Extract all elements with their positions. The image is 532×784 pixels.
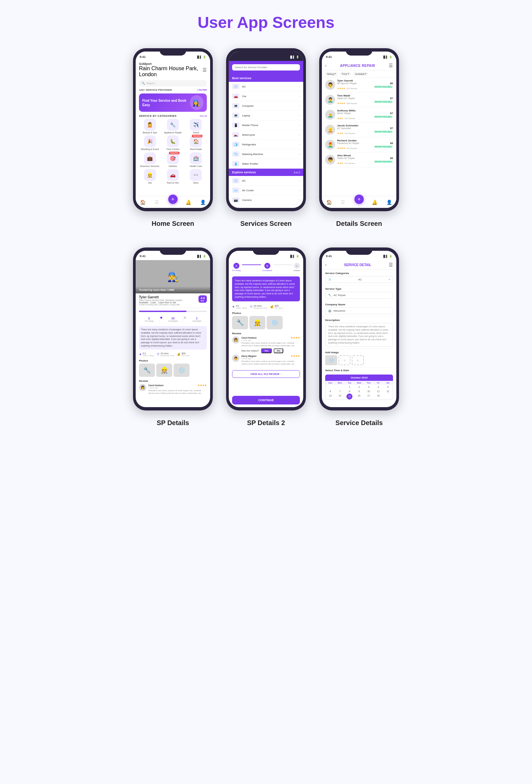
explore-ac[interactable]: ❄️ AC › — [229, 176, 303, 186]
cal-day-5[interactable]: 5 — [383, 385, 393, 389]
provider-jacob[interactable]: 👱 Jacob Schneider AC Specialist ★★★ 510 … — [322, 122, 396, 137]
sd-description-label: Description — [325, 319, 393, 321]
sd-service-cat-dropdown[interactable]: ❄️ AC ▾ — [325, 276, 393, 283]
sd-menu-icon[interactable]: ☰ — [389, 262, 393, 268]
provider-tyler[interactable]: 👨 Tyler Garrett All Type AC Repair ★★★★ … — [322, 78, 396, 92]
cal-wed: Wed — [354, 381, 364, 385]
see-all-link[interactable]: See all — [200, 115, 207, 117]
sd-company-field[interactable]: 🏢 Mitsubishi — [325, 307, 393, 314]
cal-day-17[interactable]: 17 — [364, 393, 374, 399]
photo-3: ❄️ — [174, 364, 189, 377]
details-nav-profile[interactable]: 👤 — [386, 200, 392, 205]
nav-bell-icon[interactable]: 🔔 — [185, 200, 191, 205]
cal-day-6[interactable]: 6 — [326, 389, 335, 393]
service-motorcycle[interactable]: 🏍️ Motorcycle › — [229, 130, 303, 140]
filter-button[interactable]: ≡ FILTER — [197, 89, 207, 91]
cat-business[interactable]: 💼 Business Services — [139, 152, 160, 168]
explore-camera[interactable]: 📷 Camera › — [229, 195, 303, 205]
view-all-button[interactable]: VIEW ALL 512 REVIEW › — [232, 370, 300, 378]
helpful-no-button[interactable]: No — [274, 348, 283, 353]
back-arrow-icon[interactable]: ‹ — [325, 63, 326, 68]
details-nav-home[interactable]: 🏠 — [326, 200, 332, 205]
details-nav-list[interactable]: ☰ — [341, 200, 345, 205]
cat-pest[interactable]: 🐛 Pest Control — [162, 135, 183, 151]
filter-price[interactable]: Price ▾ — [340, 72, 351, 76]
continue-button[interactable]: CONTINUE — [232, 396, 300, 404]
explore-car[interactable]: 🚗 Car › — [229, 205, 303, 208]
carol-content: Carol Hudson ★★★★ 1 Hour ago Phasellus r… — [148, 384, 207, 395]
cat-travel[interactable]: ✈️ Travel — [185, 119, 207, 134]
cat-more[interactable]: ⋯ More — [185, 169, 207, 184]
details-fab-button[interactable]: + — [354, 195, 364, 204]
cal-day-12[interactable]: 12 — [383, 389, 393, 393]
sp2-price-icon: 💰 — [270, 305, 274, 308]
services-search-input[interactable] — [232, 64, 300, 71]
home-search-bar[interactable]: 🔍 Search... — [139, 80, 207, 86]
details-nav-bell[interactable]: 🔔 — [372, 200, 377, 205]
cal-day-3[interactable]: 3 — [364, 385, 374, 389]
service-laptop[interactable]: 💻 Laptop › — [229, 111, 303, 120]
nav-home-icon[interactable]: 🏠 — [140, 200, 146, 205]
cat-appliance-repair[interactable]: 🔧 Appliance Repair — [162, 119, 183, 134]
service-mobile[interactable]: 📱 Mobile Phone › — [229, 120, 303, 130]
sp2-carol-time: 1 Hour ago — [241, 339, 300, 341]
explore-aircooler[interactable]: 🌬️ Air Cooler › — [229, 186, 303, 195]
filter-rating[interactable]: Rating ▾ — [325, 72, 338, 76]
helpful-yes-button[interactable]: Yes — [261, 348, 272, 353]
cat-hobbies[interactable]: 🎯TRENDING Hobbies — [162, 152, 183, 168]
sd-description-field[interactable]: There are many variations of passages of… — [325, 323, 393, 346]
service-computer[interactable]: 💻 Computer › — [229, 101, 303, 111]
home-menu-icon[interactable]: ☰ — [203, 67, 207, 73]
cal-day-13[interactable]: 13 — [326, 393, 335, 399]
step-cancel: 1 Cancel — [294, 263, 300, 272]
cal-day-15[interactable]: 15 — [347, 393, 352, 399]
cat-realestate[interactable]: 🏠TRENDING Real Estate — [185, 135, 207, 151]
details-menu-icon[interactable]: ☰ — [389, 63, 393, 68]
sp2-time-icon: ⏱ — [250, 305, 253, 308]
cal-day-10[interactable]: 10 — [364, 389, 374, 393]
sd-img-add-btn-2[interactable]: + — [352, 355, 364, 365]
service-washing[interactable]: 🫧 Washing Machine › — [229, 149, 303, 159]
ac-icon: ❄️ — [328, 278, 331, 281]
cal-day-9[interactable]: 9 — [354, 389, 364, 393]
nav-list-icon[interactable]: ☰ — [155, 200, 159, 205]
cal-day-7[interactable]: 7 — [335, 389, 345, 393]
sd-back-arrow[interactable]: ‹ — [325, 262, 326, 267]
provider-jacob-price: $7 — [374, 127, 393, 130]
filter-available[interactable]: Available ▾ — [353, 72, 368, 76]
sd-img-add-btn-1[interactable]: + — [338, 355, 351, 365]
service-mobile-label: Mobile Phone — [242, 124, 258, 127]
provider-richard[interactable]: 👨‍🦰 Richard Jordan Panasonic AC Repair ★… — [322, 137, 396, 152]
service-water[interactable]: 💧 Water Purifier › — [229, 159, 303, 169]
cal-day-8[interactable]: 8 — [345, 389, 354, 393]
provider-alex[interactable]: 👦 Alex Wood Daikin AC Repair ★★★ 512 Rev… — [322, 152, 396, 167]
time-meta-icon: ⏱ — [157, 353, 159, 356]
sp2-photo-2: 👷 — [249, 316, 265, 329]
sp-rating-value: 4.0 — [201, 297, 205, 300]
cal-day-18[interactable]: 18 — [374, 393, 383, 399]
step-completed: 5 Completed — [262, 263, 272, 272]
sd-service-type-field[interactable]: 🔧 AC Repair — [325, 292, 393, 299]
cal-day-16[interactable]: 16 — [354, 393, 364, 399]
cat-beauty-spa[interactable]: 💆 Beauty & Spa — [139, 119, 160, 134]
cal-day-1[interactable]: 1 — [345, 385, 354, 389]
home-fab-button[interactable]: + — [168, 195, 178, 204]
provider-anthony[interactable]: 👨‍🦳 Anthony Willis All AC Repair ★★★ 502… — [322, 107, 396, 122]
cal-day-14[interactable]: 14 — [335, 393, 345, 399]
service-fridge[interactable]: 🧊 Refrigerator › — [229, 140, 303, 149]
cat-healthcare[interactable]: 🏥 Health Care — [185, 152, 207, 168]
provider-tom[interactable]: 👨‍🦱 Tom Wade Daikin AC Repair ★★★★ 508 R… — [322, 92, 396, 107]
cat-wedding[interactable]: 🎉 Wedding & Event — [139, 135, 160, 151]
harry-text: Phasellus risus tortor, pretium sit amet… — [241, 360, 300, 366]
service-washing-icon: 🫧 — [232, 151, 239, 157]
nav-profile-icon[interactable]: 👤 — [200, 200, 206, 205]
sp-meta-row: ★ 6.0 1000+ rating ⏱ 16 mins Response Ti… — [136, 351, 210, 358]
cat-rent[interactable]: 🚗 Rent & Hire — [162, 169, 183, 184]
cal-day-11[interactable]: 11 — [374, 389, 383, 393]
sp-stat-cancelled: 1 Cancelled — [186, 317, 207, 323]
service-car[interactable]: 🚗 Car › — [229, 91, 303, 101]
cal-day-2[interactable]: 2 — [354, 385, 364, 389]
cat-job[interactable]: 👷 Job — [139, 169, 160, 184]
cal-day-4[interactable]: 4 — [374, 385, 383, 389]
service-ac[interactable]: ❄️ AC › — [229, 82, 303, 91]
